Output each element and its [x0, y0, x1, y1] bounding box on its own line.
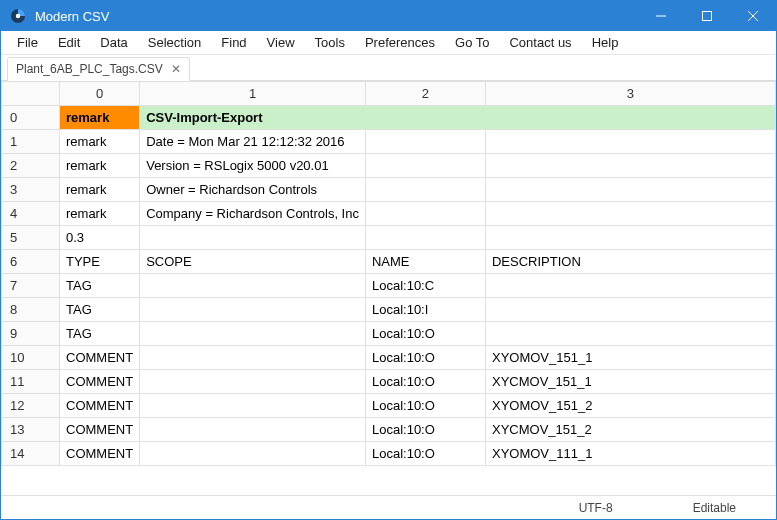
row-header[interactable]: 4: [2, 202, 60, 226]
col-header[interactable]: 3: [485, 82, 775, 106]
row-header[interactable]: 1: [2, 130, 60, 154]
cell[interactable]: COMMENT: [60, 394, 140, 418]
cell[interactable]: [485, 178, 775, 202]
menu-tools[interactable]: Tools: [305, 33, 355, 52]
row-header[interactable]: 11: [2, 370, 60, 394]
cell[interactable]: TYPE: [60, 250, 140, 274]
cell[interactable]: [140, 298, 366, 322]
status-mode[interactable]: Editable: [653, 501, 776, 515]
cell[interactable]: TAG: [60, 274, 140, 298]
grid-area[interactable]: 0 1 2 3 0remarkCSV-Import-Export1remarkD…: [1, 81, 776, 495]
cell[interactable]: Local:10:O: [365, 442, 485, 466]
maximize-button[interactable]: [684, 1, 730, 31]
close-button[interactable]: [730, 1, 776, 31]
cell[interactable]: SCOPE: [140, 250, 366, 274]
cell[interactable]: Company = Richardson Controls, Inc: [140, 202, 366, 226]
menu-data[interactable]: Data: [90, 33, 137, 52]
row-header[interactable]: 7: [2, 274, 60, 298]
menu-edit[interactable]: Edit: [48, 33, 90, 52]
cell[interactable]: Local:10:O: [365, 322, 485, 346]
cell[interactable]: [485, 298, 775, 322]
row-header[interactable]: 14: [2, 442, 60, 466]
cell[interactable]: [365, 202, 485, 226]
cell[interactable]: Local:10:O: [365, 394, 485, 418]
row-header[interactable]: 8: [2, 298, 60, 322]
cell[interactable]: COMMENT: [60, 442, 140, 466]
cell[interactable]: [485, 106, 775, 130]
cell[interactable]: [485, 130, 775, 154]
cell[interactable]: DESCRIPTION: [485, 250, 775, 274]
cell[interactable]: [140, 418, 366, 442]
row-header[interactable]: 6: [2, 250, 60, 274]
menu-goto[interactable]: Go To: [445, 33, 499, 52]
menu-preferences[interactable]: Preferences: [355, 33, 445, 52]
cell[interactable]: [140, 394, 366, 418]
row-header[interactable]: 10: [2, 346, 60, 370]
minimize-button[interactable]: [638, 1, 684, 31]
cell[interactable]: remark: [60, 106, 140, 130]
cell[interactable]: Date = Mon Mar 21 12:12:32 2016: [140, 130, 366, 154]
cell[interactable]: 0.3: [60, 226, 140, 250]
menu-file[interactable]: File: [7, 33, 48, 52]
cell[interactable]: [140, 274, 366, 298]
row-header[interactable]: 0: [2, 106, 60, 130]
menu-find[interactable]: Find: [211, 33, 256, 52]
cell[interactable]: Local:10:C: [365, 274, 485, 298]
row-header[interactable]: 5: [2, 226, 60, 250]
row-header[interactable]: 9: [2, 322, 60, 346]
cell[interactable]: Local:10:O: [365, 370, 485, 394]
cell[interactable]: COMMENT: [60, 346, 140, 370]
tab-close-icon[interactable]: ✕: [171, 62, 181, 76]
menu-contact[interactable]: Contact us: [499, 33, 581, 52]
cell[interactable]: [485, 154, 775, 178]
status-encoding[interactable]: UTF-8: [539, 501, 653, 515]
row-header[interactable]: 13: [2, 418, 60, 442]
menu-view[interactable]: View: [257, 33, 305, 52]
cell[interactable]: [485, 274, 775, 298]
grid-corner[interactable]: [2, 82, 60, 106]
cell[interactable]: remark: [60, 202, 140, 226]
cell[interactable]: [140, 346, 366, 370]
cell[interactable]: Owner = Richardson Controls: [140, 178, 366, 202]
cell[interactable]: TAG: [60, 298, 140, 322]
cell[interactable]: [485, 322, 775, 346]
cell[interactable]: COMMENT: [60, 418, 140, 442]
cell[interactable]: [140, 226, 366, 250]
col-header[interactable]: 2: [365, 82, 485, 106]
cell[interactable]: [485, 202, 775, 226]
cell[interactable]: XYOMOV_151_1: [485, 346, 775, 370]
cell[interactable]: Local:10:O: [365, 418, 485, 442]
file-tab[interactable]: Plant_6AB_PLC_Tags.CSV ✕: [7, 57, 190, 81]
cell[interactable]: remark: [60, 178, 140, 202]
cell[interactable]: [485, 226, 775, 250]
cell[interactable]: remark: [60, 154, 140, 178]
row-header[interactable]: 12: [2, 394, 60, 418]
cell[interactable]: Local:10:O: [365, 346, 485, 370]
row-header[interactable]: 3: [2, 178, 60, 202]
titlebar[interactable]: Modern CSV: [1, 1, 776, 31]
cell[interactable]: Local:10:I: [365, 298, 485, 322]
cell[interactable]: XYCMOV_151_1: [485, 370, 775, 394]
cell[interactable]: COMMENT: [60, 370, 140, 394]
cell[interactable]: [365, 130, 485, 154]
menu-selection[interactable]: Selection: [138, 33, 211, 52]
cell[interactable]: [365, 178, 485, 202]
cell[interactable]: XYOMOV_111_1: [485, 442, 775, 466]
cell[interactable]: [140, 322, 366, 346]
row-header[interactable]: 2: [2, 154, 60, 178]
cell[interactable]: CSV-Import-Export: [140, 106, 366, 130]
data-grid[interactable]: 0 1 2 3 0remarkCSV-Import-Export1remarkD…: [1, 81, 776, 466]
cell[interactable]: [140, 370, 366, 394]
cell[interactable]: Version = RSLogix 5000 v20.01: [140, 154, 366, 178]
cell[interactable]: [365, 226, 485, 250]
cell[interactable]: TAG: [60, 322, 140, 346]
cell[interactable]: NAME: [365, 250, 485, 274]
cell[interactable]: XYCMOV_151_2: [485, 418, 775, 442]
cell[interactable]: XYOMOV_151_2: [485, 394, 775, 418]
cell[interactable]: [365, 106, 485, 130]
col-header[interactable]: 1: [140, 82, 366, 106]
col-header[interactable]: 0: [60, 82, 140, 106]
menu-help[interactable]: Help: [582, 33, 629, 52]
cell[interactable]: [365, 154, 485, 178]
cell[interactable]: [140, 442, 366, 466]
